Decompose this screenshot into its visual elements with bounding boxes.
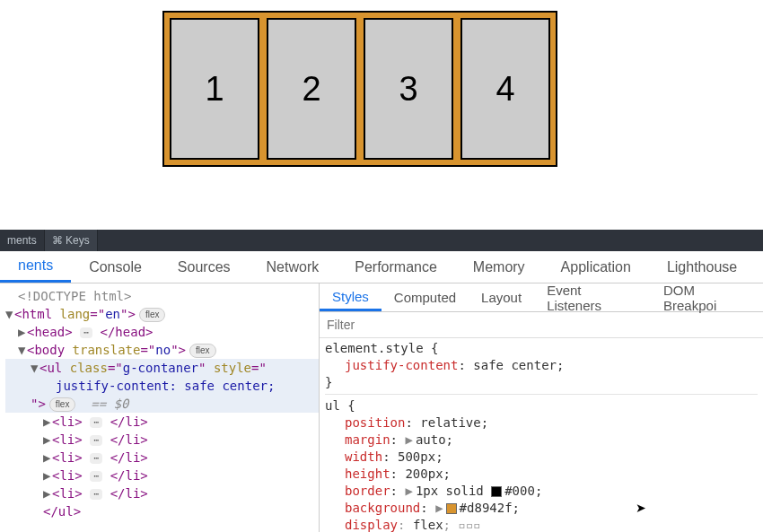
expand-icon[interactable]: ▶ bbox=[43, 413, 52, 431]
flex-box: 2 bbox=[267, 18, 356, 160]
dom-line-selected[interactable]: justify-content: safe center; bbox=[5, 377, 319, 395]
css-declaration[interactable]: width: 500px; bbox=[325, 449, 758, 466]
expand-icon[interactable]: ▶ bbox=[43, 431, 52, 449]
dom-line[interactable]: ▶<li> ⋯ </li> bbox=[5, 449, 319, 467]
tab-network[interactable]: Network bbox=[249, 251, 338, 283]
tab-label: Memory bbox=[473, 259, 525, 275]
flex-badge[interactable]: flex bbox=[139, 308, 166, 322]
filter-input[interactable] bbox=[327, 318, 756, 332]
tab-label: Sources bbox=[178, 259, 231, 275]
ellipsis-icon[interactable]: ⋯ bbox=[90, 417, 102, 428]
dom-line[interactable]: </ul> bbox=[5, 502, 319, 520]
styles-pane[interactable]: element.style { justify-content: safe ce… bbox=[320, 338, 763, 532]
tab-label: Performance bbox=[355, 259, 437, 275]
tag-close: "> bbox=[31, 397, 46, 411]
expand-triangle-icon[interactable]: ▶ bbox=[405, 432, 412, 449]
tab-label: Console bbox=[89, 259, 142, 275]
css-value: 500px bbox=[398, 449, 435, 464]
dom-line[interactable]: ▶<li> ⋯ </li> bbox=[5, 413, 319, 431]
css-value: 1px solid bbox=[416, 484, 484, 498]
subtab-event-listeners[interactable]: Event Listeners bbox=[534, 283, 651, 311]
dom-line[interactable]: <!DOCTYPE html> bbox=[5, 287, 319, 305]
expand-triangle-icon[interactable]: ▶ bbox=[435, 500, 443, 517]
css-property: margin bbox=[345, 432, 390, 447]
dom-line[interactable]: ▶<li> ⋯ </li> bbox=[5, 431, 319, 449]
mouse-cursor-icon: ➤ bbox=[636, 501, 646, 515]
flex-badge[interactable]: flex bbox=[189, 344, 216, 358]
dom-line[interactable]: ▶<li> ⋯ </li> bbox=[5, 467, 319, 484]
ellipsis-icon[interactable]: ⋯ bbox=[90, 471, 102, 482]
selector-text: element.style { bbox=[325, 341, 438, 355]
tab-application[interactable]: Application bbox=[543, 251, 649, 283]
toolbar-button[interactable]: ments bbox=[0, 230, 45, 251]
flex-badge[interactable]: flex bbox=[49, 397, 76, 412]
subtab-label: Layout bbox=[481, 290, 522, 305]
tab-label: Application bbox=[561, 259, 631, 275]
dom-line[interactable]: ▶<li> ⋯ </li> bbox=[5, 484, 319, 502]
css-declaration[interactable]: height: 200px; bbox=[325, 466, 758, 483]
css-value: relative bbox=[420, 415, 480, 430]
dom-line[interactable]: ▼<body translate="no">flex bbox=[5, 341, 319, 359]
toolbar-button-keys[interactable]: ⌘ Keys bbox=[45, 230, 98, 251]
box-label: 3 bbox=[399, 70, 417, 109]
css-value: auto bbox=[416, 432, 446, 447]
brace-text: } bbox=[325, 375, 332, 389]
selector-text: ul { bbox=[325, 398, 355, 413]
css-declaration[interactable]: justify-content: safe center; bbox=[325, 357, 758, 374]
flex-box: 3 bbox=[364, 18, 453, 160]
box-label: 2 bbox=[302, 70, 320, 109]
css-property: height bbox=[345, 467, 390, 481]
css-value: safe center bbox=[473, 358, 557, 372]
subtab-label: DOM Breakpoi bbox=[663, 283, 750, 313]
css-property: width bbox=[345, 449, 382, 464]
css-value: flex bbox=[413, 518, 443, 532]
inline-style-text: justify-content: safe center; bbox=[56, 379, 275, 393]
dom-line[interactable]: ▼<html lang="en">flex bbox=[5, 305, 319, 323]
dom-tree[interactable]: <!DOCTYPE html> ▼<html lang="en">flex ▶<… bbox=[0, 283, 320, 532]
expand-icon[interactable]: ▶ bbox=[43, 484, 52, 502]
subtab-layout[interactable]: Layout bbox=[469, 283, 534, 311]
dom-line-selected[interactable]: ">flex == $0 bbox=[5, 395, 319, 413]
subtab-styles[interactable]: Styles bbox=[320, 283, 382, 311]
expand-triangle-icon[interactable]: ▶ bbox=[405, 483, 412, 500]
ellipsis-icon[interactable]: ⋯ bbox=[90, 453, 102, 464]
css-declaration[interactable]: border: ▶1px solid #000; bbox=[325, 483, 758, 500]
devtools-panels: <!DOCTYPE html> ▼<html lang="en">flex ▶<… bbox=[0, 283, 763, 532]
subtab-dom-breakpoints[interactable]: DOM Breakpoi bbox=[651, 283, 763, 311]
subtab-computed[interactable]: Computed bbox=[382, 283, 469, 311]
css-value: #000 bbox=[504, 484, 535, 498]
expand-icon[interactable]: ▶ bbox=[18, 323, 27, 341]
dom-line[interactable]: ▶<head> ⋯ </head> bbox=[5, 323, 319, 341]
toolbar-label: ⌘ Keys bbox=[52, 234, 90, 247]
expand-icon[interactable]: ▼ bbox=[18, 341, 27, 359]
css-declaration[interactable]: position: relative; bbox=[325, 414, 758, 432]
css-declaration[interactable]: background: ▶#d8942f; bbox=[325, 500, 758, 517]
subtab-label: Computed bbox=[394, 290, 456, 305]
css-declaration[interactable]: display: flex; ▫▫▫ bbox=[325, 517, 758, 532]
tab-performance[interactable]: Performance bbox=[337, 251, 455, 283]
subtab-label: Styles bbox=[332, 289, 369, 304]
box-label: 4 bbox=[496, 70, 514, 109]
tab-memory[interactable]: Memory bbox=[455, 251, 543, 283]
color-swatch[interactable] bbox=[446, 503, 457, 514]
tab-elements[interactable]: nents bbox=[0, 251, 71, 283]
tab-lighthouse[interactable]: Lighthouse bbox=[649, 251, 755, 283]
dom-line-selected[interactable]: ▼<ul class="g-contaner" style=" bbox=[5, 359, 319, 377]
flex-box: 1 bbox=[170, 18, 259, 160]
devtools-tab-bar: nents Console Sources Network Performanc… bbox=[0, 251, 763, 283]
tab-layers[interactable]: Layers bbox=[755, 251, 763, 283]
css-declaration[interactable]: margin: ▶auto; bbox=[325, 432, 758, 449]
css-property: justify-content bbox=[345, 358, 458, 372]
expand-icon[interactable]: ▶ bbox=[43, 467, 52, 484]
ellipsis-icon[interactable]: ⋯ bbox=[90, 435, 102, 446]
expand-icon[interactable]: ▶ bbox=[43, 449, 52, 467]
codepen-toolbar: ments ⌘ Keys bbox=[0, 230, 763, 251]
color-swatch[interactable] bbox=[491, 486, 502, 497]
tab-console[interactable]: Console bbox=[71, 251, 160, 283]
tab-sources[interactable]: Sources bbox=[160, 251, 249, 283]
expand-icon[interactable]: ▼ bbox=[5, 305, 14, 323]
css-property: display bbox=[345, 518, 398, 532]
ellipsis-icon[interactable]: ⋯ bbox=[80, 327, 92, 338]
expand-icon[interactable]: ▼ bbox=[31, 359, 39, 377]
ellipsis-icon[interactable]: ⋯ bbox=[90, 489, 102, 500]
